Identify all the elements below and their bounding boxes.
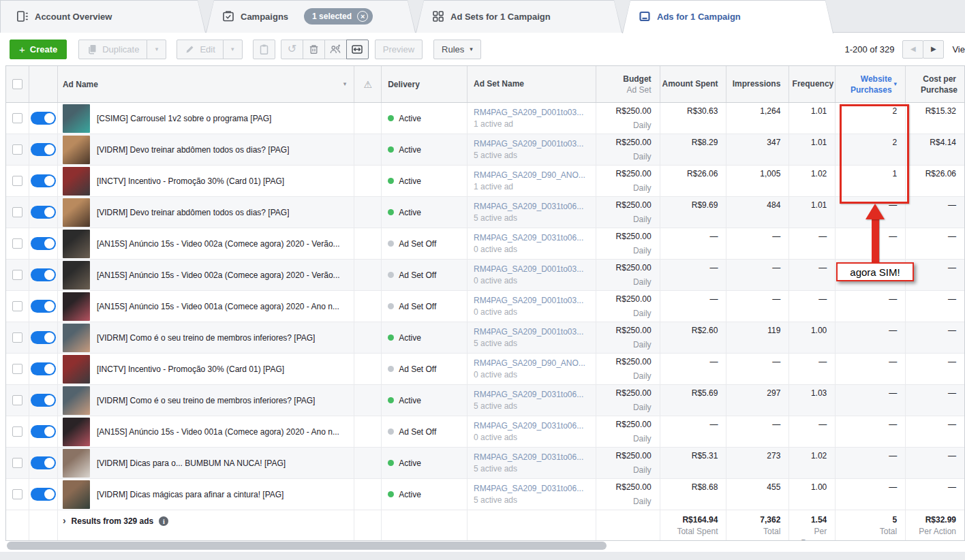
ad-status-toggle[interactable] <box>31 425 56 438</box>
edit-button[interactable]: Edit <box>177 40 223 59</box>
column-menu-icon[interactable]: ▾ <box>343 81 347 87</box>
ad-thumbnail[interactable] <box>63 324 90 352</box>
ad-status-toggle[interactable] <box>31 174 56 187</box>
column-header-website-purchases[interactable]: Website Purchases ▾ <box>836 66 906 102</box>
ad-thumbnail[interactable] <box>63 230 90 258</box>
next-page-button[interactable]: ▶ <box>923 40 944 59</box>
frequency-cell: 1.00 <box>789 322 836 353</box>
create-button[interactable]: + Create <box>10 40 67 59</box>
duplicate-button[interactable]: Duplicate <box>78 40 147 59</box>
scrollbar-thumb[interactable] <box>7 542 607 550</box>
column-header-budget[interactable]: Budget Ad Set <box>596 66 660 102</box>
ad-status-toggle[interactable] <box>31 112 56 125</box>
copy-button[interactable] <box>253 40 275 59</box>
ad-name-link[interactable]: [CSIMG] Carrousel 1v2 sobre o programa [… <box>97 114 272 123</box>
ad-name-link[interactable]: [VIDRM] Devo treinar abdômen todos os di… <box>97 208 290 217</box>
ad-set-link[interactable]: RM4PAG_SA209_D001to03... <box>474 138 583 150</box>
column-header-impressions[interactable]: Impressions <box>726 66 789 102</box>
ad-status-toggle[interactable] <box>31 362 56 375</box>
row-checkbox[interactable] <box>12 489 22 499</box>
row-checkbox[interactable] <box>12 144 22 155</box>
expand-results-icon[interactable]: › <box>63 516 66 525</box>
tab-ad-sets[interactable]: Ad Sets for 1 Campaign <box>416 0 622 33</box>
column-header-delivery[interactable]: Delivery <box>382 66 468 102</box>
row-checkbox[interactable] <box>12 332 22 343</box>
row-checkbox[interactable] <box>12 395 22 405</box>
row-checkbox[interactable] <box>12 426 22 437</box>
ad-name-link[interactable]: [AN15S] Anúncio 15s - Video 002a (Comece… <box>97 239 340 249</box>
row-checkbox[interactable] <box>12 113 22 123</box>
ad-thumbnail[interactable] <box>63 167 90 196</box>
row-checkbox[interactable] <box>12 301 22 311</box>
tab-campaigns[interactable]: Campaigns 1 selected × <box>206 0 416 33</box>
column-header-issues[interactable]: ⚠ <box>354 66 382 102</box>
ad-status-toggle[interactable] <box>31 331 56 344</box>
revert-button[interactable]: ↺ <box>281 40 303 59</box>
ad-set-link[interactable]: RM4PAG_SA209_D031to06... <box>474 232 583 244</box>
ad-set-link[interactable]: RM4PAG_SA209_D031to06... <box>474 452 583 463</box>
edit-menu-button[interactable]: ▾ <box>223 40 243 59</box>
ad-thumbnail[interactable] <box>63 480 90 509</box>
ad-name-link[interactable]: [VIDRM] Dicas mágicas para afinar a cint… <box>97 490 284 499</box>
ad-status-toggle[interactable] <box>31 237 56 250</box>
column-header-frequency[interactable]: Frequency <box>789 66 836 102</box>
delete-button[interactable] <box>303 40 325 59</box>
ad-thumbnail[interactable] <box>63 386 90 415</box>
row-checkbox[interactable] <box>12 458 22 468</box>
ad-set-link[interactable]: RM4PAG_SA209_D90_ANO... <box>474 358 585 369</box>
ad-name-link[interactable]: [AN15S] Anúncio 15s - Video 001a (Comece… <box>97 427 339 437</box>
deselect-icon[interactable]: × <box>357 11 368 22</box>
rules-button[interactable]: Rules ▾ <box>433 40 481 59</box>
ad-set-link[interactable]: RM4PAG_SA209_D001to03... <box>474 326 583 338</box>
ad-name-link[interactable]: [VIDRM] Como é o seu treino de membros i… <box>97 333 316 343</box>
row-checkbox[interactable] <box>12 207 22 217</box>
ad-set-link[interactable]: RM4PAG_SA209_D031to06... <box>474 389 583 401</box>
duplicate-menu-button[interactable]: ▾ <box>147 40 166 59</box>
ad-set-link[interactable]: RM4PAG_SA209_D001to03... <box>474 107 583 119</box>
ad-thumbnail[interactable] <box>63 449 90 478</box>
ad-name-link[interactable]: [INCTV] Incentivo - Promoção 30% (Card 0… <box>97 364 284 374</box>
ad-set-link[interactable]: RM4PAG_SA209_D001to03... <box>474 295 583 307</box>
column-header-ad-set-name[interactable]: Ad Set Name <box>468 66 596 102</box>
info-icon[interactable]: i <box>159 516 168 526</box>
ad-name-link[interactable]: [VIDRM] Dicas para o... BUMBUM NA NUCA! … <box>97 458 286 468</box>
ad-name-link[interactable]: [INCTV] Incentivo - Promoção 30% (Card 0… <box>97 176 284 186</box>
ad-status-toggle[interactable] <box>31 268 56 281</box>
ad-thumbnail[interactable] <box>63 136 90 164</box>
ad-thumbnail[interactable] <box>63 104 90 133</box>
ad-name-link[interactable]: [AN15S] Anúncio 15s - Video 002a (Comece… <box>97 270 340 280</box>
ad-set-link[interactable]: RM4PAG_SA209_D031to06... <box>474 201 583 213</box>
ad-status-toggle[interactable] <box>31 394 56 407</box>
preview-button[interactable]: Preview <box>375 40 423 59</box>
select-all-checkbox[interactable] <box>12 79 22 89</box>
audience-button[interactable] <box>324 40 347 59</box>
ad-status-toggle[interactable] <box>31 300 56 313</box>
row-checkbox[interactable] <box>12 238 22 249</box>
prev-page-button[interactable]: ◀ <box>902 40 923 59</box>
column-header-amount-spent[interactable]: Amount Spent <box>660 66 727 102</box>
ad-thumbnail[interactable] <box>63 261 90 290</box>
row-checkbox[interactable] <box>12 176 22 186</box>
row-checkbox[interactable] <box>12 270 22 280</box>
ad-thumbnail[interactable] <box>63 292 90 321</box>
column-header-cost-per-purchase[interactable]: Cost per Purchase <box>906 66 964 102</box>
ad-thumbnail[interactable] <box>63 355 90 384</box>
ad-set-link[interactable]: RM4PAG_SA209_D031to06... <box>474 420 583 432</box>
ad-name-link[interactable]: [AN15S] Anúncio 15s - Video 001a (Comece… <box>97 302 339 311</box>
ad-thumbnail[interactable] <box>63 198 90 227</box>
ad-name-link[interactable]: [VIDRM] Como é o seu treino de membros i… <box>97 396 316 405</box>
ad-status-toggle[interactable] <box>31 143 56 156</box>
ad-set-link[interactable]: RM4PAG_SA209_D031to06... <box>474 483 583 495</box>
tab-account-overview[interactable]: Account Overview <box>0 0 206 33</box>
ad-set-link[interactable]: RM4PAG_SA209_D001to03... <box>474 264 583 275</box>
tab-ads[interactable]: Ads for 1 Campaign <box>622 0 833 33</box>
ad-name-link[interactable]: [VIDRM] Devo treinar abdômen todos os di… <box>97 145 290 155</box>
ad-set-link[interactable]: RM4PAG_SA209_D90_ANO... <box>474 170 585 181</box>
ad-status-toggle[interactable] <box>31 456 56 469</box>
ad-status-toggle[interactable] <box>31 206 56 219</box>
row-checkbox[interactable] <box>12 364 22 374</box>
column-header-ad-name[interactable]: Ad Name ▾ <box>58 66 354 102</box>
ad-status-toggle[interactable] <box>31 488 56 501</box>
ab-test-button[interactable] <box>346 40 369 59</box>
ad-thumbnail[interactable] <box>63 418 90 446</box>
